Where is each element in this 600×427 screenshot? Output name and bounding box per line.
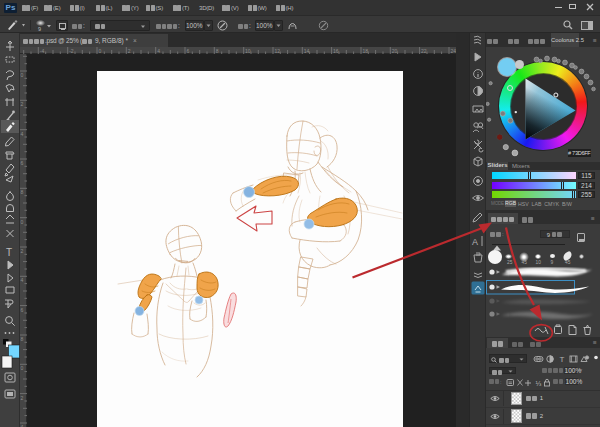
svg-text:2: 2 [21, 395, 24, 401]
svg-text:16: 16 [333, 48, 339, 54]
svg-text:8: 8 [21, 336, 24, 342]
svg-text:2: 2 [21, 248, 24, 254]
svg-text:8: 8 [21, 189, 24, 195]
svg-text:T: T [560, 355, 565, 364]
svg-text:4: 4 [21, 277, 24, 283]
svg-text:10: 10 [245, 48, 251, 54]
svg-text:6: 6 [21, 160, 24, 166]
svg-text:8: 8 [216, 48, 219, 54]
svg-text:20: 20 [392, 48, 398, 54]
svg-text:12: 12 [275, 48, 281, 54]
svg-text:0: 0 [99, 48, 102, 54]
svg-text:14: 14 [304, 48, 310, 54]
svg-text:2: 2 [21, 101, 24, 107]
svg-text:6: 6 [21, 307, 24, 313]
svg-text:-2: -2 [69, 48, 74, 54]
svg-text:6: 6 [187, 48, 190, 54]
svg-text:22: 22 [421, 48, 427, 54]
svg-text:4: 4 [157, 48, 160, 54]
svg-text:0: 0 [21, 219, 24, 225]
svg-text:-4: -4 [40, 48, 45, 54]
svg-text:A: A [472, 237, 478, 247]
svg-text:0: 0 [21, 365, 24, 371]
svg-text:⅓: ⅓ [536, 379, 542, 386]
svg-text:4: 4 [21, 131, 24, 137]
svg-text:T: T [6, 247, 12, 258]
svg-text:18: 18 [363, 48, 369, 54]
svg-text:0: 0 [21, 72, 24, 78]
svg-text:2: 2 [128, 48, 131, 54]
